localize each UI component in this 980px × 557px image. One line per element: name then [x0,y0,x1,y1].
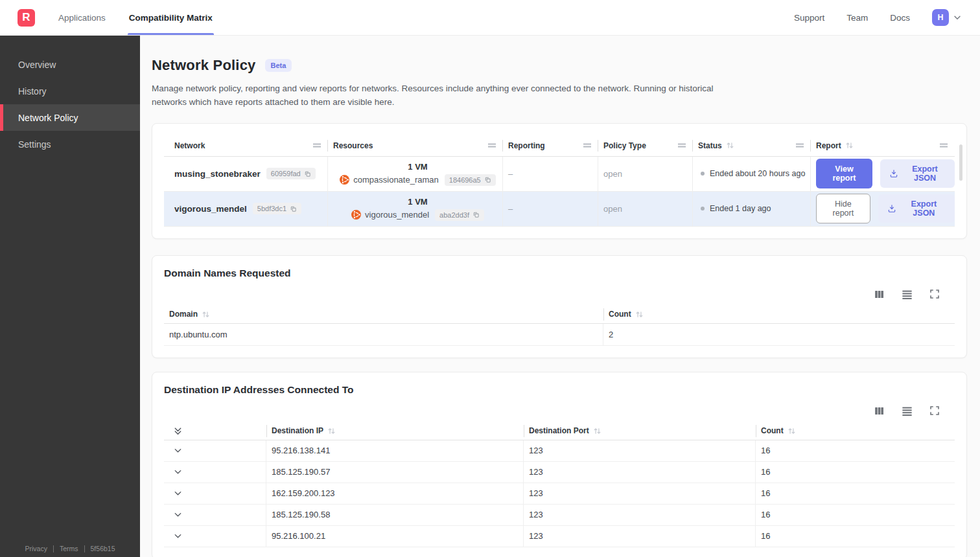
expand-cell [164,440,266,461]
vm-count: 1 VM [408,162,427,172]
domain-cell: ntp.ubuntu.com [164,324,603,345]
sidebar-footer: Privacy Terms 5f56b15 [0,545,140,552]
fullscreen-icon[interactable] [929,288,940,301]
destination-row[interactable]: 95.216.138.141 123 16 [164,440,955,462]
fullscreen-icon[interactable] [929,405,940,417]
sort-icon[interactable] [726,141,734,150]
destinations-table-header: Destination IP Destination Port Count [164,422,955,440]
network-id-pill[interactable]: 60959fad [266,168,316,179]
copy-icon[interactable] [290,205,297,212]
destination-port-value: 123 [529,488,543,498]
nav-link-team[interactable]: Team [846,13,868,23]
resource-name: vigorous_mendel [365,210,429,220]
table-toolbar [164,288,955,301]
destination-row[interactable]: 95.216.100.21 123 16 [164,526,955,547]
view-columns-icon[interactable] [873,405,885,417]
destination-ip-cell: 95.216.100.21 [266,526,524,547]
network-name-cell: vigorous_mendel 5bdf3dc1 [164,192,328,226]
expand-row-icon[interactable] [173,446,183,455]
network-id-pill[interactable]: 5bdf3dc1 [253,203,301,214]
nav-link-docs[interactable]: Docs [890,13,910,23]
column-header-destination-port[interactable]: Destination Port [524,422,756,440]
sort-icon[interactable] [202,310,210,319]
destination-row[interactable]: 185.125.190.57 123 16 [164,462,955,483]
resources-cell: 1 VM vigorous_mendel aba2dd3f [328,192,503,226]
user-menu[interactable]: H [932,9,962,26]
destination-row[interactable]: 185.125.190.58 123 16 [164,505,955,526]
privacy-link[interactable]: Privacy [25,545,47,552]
sidebar-item-network-policy[interactable]: Network Policy [0,104,140,131]
column-header-network[interactable]: Network [164,135,328,156]
build-version: 5f56b15 [91,545,115,552]
column-menu-icon[interactable] [487,142,496,148]
sidebar-item-settings-label: Settings [18,139,51,150]
destinations-table: Destination IP Destination Port Count 95… [164,422,955,547]
sort-icon[interactable] [635,310,644,319]
hide-report-button[interactable]: Hide report [816,194,870,223]
column-menu-icon[interactable] [795,142,804,148]
column-header-status[interactable]: Status [693,135,811,156]
avatar[interactable]: H [932,9,949,26]
sidebar-item-history[interactable]: History [0,78,140,104]
table-toolbar [164,405,955,417]
ubuntu-icon [351,210,361,220]
row-density-icon[interactable] [901,405,913,417]
column-menu-icon[interactable] [312,142,321,148]
destination-port-value: 123 [529,446,543,455]
expand-row-icon[interactable] [173,531,183,541]
network-row[interactable]: musing_stonebraker 60959fad 1 VM compass… [164,157,955,192]
expand-row-icon[interactable] [173,488,183,498]
export-json-button[interactable]: Export JSON [878,194,955,223]
sidebar-item-settings[interactable]: Settings [0,131,140,157]
column-header-count[interactable]: Count [603,306,955,323]
column-header-policy-type[interactable]: Policy Type [598,135,693,156]
column-header-domain[interactable]: Domain [164,306,603,323]
sidebar-item-overview[interactable]: Overview [0,51,140,78]
column-header-report[interactable]: Report [811,135,955,156]
resource-id-pill[interactable]: 184696a5 [445,174,496,186]
sort-icon[interactable] [593,427,601,435]
column-menu-icon[interactable] [583,142,592,148]
copy-icon[interactable] [484,176,491,183]
domain-row[interactable]: ntp.ubuntu.com 2 [164,324,955,346]
copy-icon[interactable] [304,170,311,177]
view-columns-icon[interactable] [873,288,885,301]
sort-icon[interactable] [788,427,796,435]
domains-table-header: Domain Count [164,306,955,324]
sort-icon[interactable] [845,141,854,150]
column-header-count[interactable]: Count [756,422,955,440]
expand-cell [164,526,266,547]
destination-row[interactable]: 162.159.200.123 123 16 [164,483,955,505]
networks-table: Network Resources Reporting Policy Type … [164,135,955,227]
terms-link[interactable]: Terms [60,545,78,552]
expand-row-icon[interactable] [173,510,183,519]
sidebar: Overview History Network Policy Settings… [0,36,140,557]
app-logo[interactable]: R [18,9,35,27]
tab-compatibility-matrix[interactable]: Compatibility Matrix [129,0,213,35]
column-menu-icon[interactable] [677,142,686,148]
page-title: Network Policy [152,57,256,74]
expand-row-icon[interactable] [173,467,183,477]
download-icon [889,169,898,178]
destination-port-cell: 123 [524,483,756,504]
count-cell: 16 [756,483,955,504]
status-text: Ended about 20 hours ago [710,169,805,178]
column-header-resources-label: Resources [333,141,373,150]
nav-link-support[interactable]: Support [794,13,824,23]
table-scrollbar[interactable] [959,144,962,181]
domains-card: Domain Names Requested Domain Count ntp.… [152,255,967,358]
row-density-icon[interactable] [901,288,913,301]
column-header-reporting[interactable]: Reporting [503,135,598,156]
column-header-destination-ip[interactable]: Destination IP [266,422,524,440]
network-row[interactable]: vigorous_mendel 5bdf3dc1 1 VM vigorous_m… [164,192,955,227]
column-menu-icon[interactable] [939,142,948,148]
destination-port-cell: 123 [524,505,756,525]
resource-id-pill[interactable]: aba2dd3f [435,209,484,221]
sort-icon[interactable] [327,427,336,435]
tab-applications[interactable]: Applications [58,0,106,35]
copy-icon[interactable] [472,211,480,218]
view-report-button[interactable]: View report [816,159,872,188]
export-json-button[interactable]: Export JSON [880,159,955,188]
expand-all-icon[interactable] [173,426,183,436]
column-header-resources[interactable]: Resources [328,135,503,156]
